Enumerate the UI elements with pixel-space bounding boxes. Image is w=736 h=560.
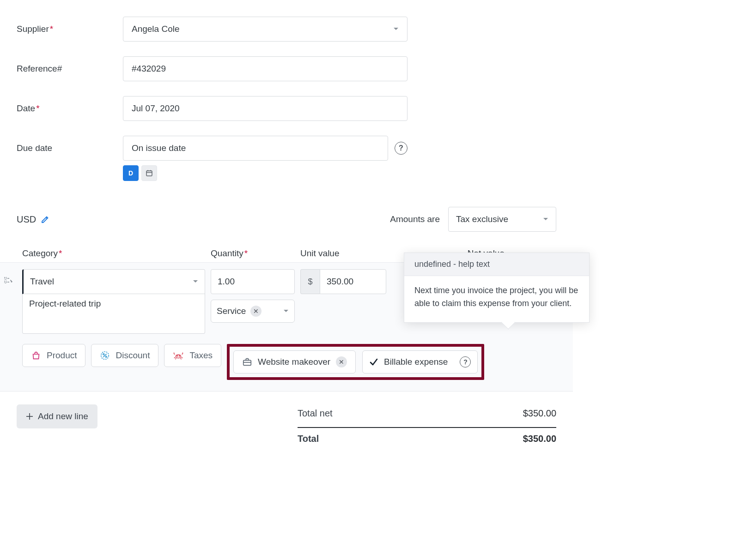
calendar-icon	[146, 169, 153, 177]
help-icon[interactable]: ?	[395, 142, 408, 155]
plus-icon	[26, 413, 33, 420]
tooltip-body: Next time you invoice the project, you w…	[404, 276, 589, 322]
clear-icon[interactable]: ✕	[250, 306, 262, 317]
crab-icon	[173, 350, 184, 361]
item-type-select[interactable]: Service ✕	[211, 300, 295, 323]
svg-point-10	[176, 355, 181, 358]
bag-icon	[31, 350, 41, 361]
billable-highlight: Website makeover ✕ Billable expense ?	[227, 344, 484, 380]
product-button[interactable]: Product	[22, 344, 85, 367]
due-date-row: Due date On issue date ? D	[17, 136, 556, 181]
help-icon[interactable]: ?	[460, 356, 471, 367]
drag-handle-icon[interactable]	[4, 276, 13, 285]
project-tag[interactable]: Website makeover ✕	[233, 350, 356, 373]
billable-tooltip: undefined - help text Next time you invo…	[404, 253, 590, 323]
due-date-label: Due date	[17, 136, 123, 153]
taxes-button[interactable]: Taxes	[164, 344, 221, 367]
total-net-value: $350.00	[523, 408, 556, 419]
supplier-select[interactable]: Angela Cole	[123, 17, 408, 42]
svg-line-9	[103, 354, 107, 357]
description-input[interactable]: Project-related trip	[22, 294, 205, 334]
supplier-row: Supplier* Angela Cole	[17, 17, 556, 42]
unit-value-input[interactable]: $ 350.00	[300, 269, 386, 294]
category-select[interactable]: Travel	[22, 269, 205, 294]
supplier-label: Supplier*	[17, 17, 123, 34]
total-net-label: Total net	[298, 408, 333, 419]
svg-rect-4	[5, 277, 6, 279]
due-mode-days-button[interactable]: D	[123, 165, 139, 181]
total-label: Total	[298, 434, 319, 444]
billable-expense-toggle[interactable]: Billable expense ?	[362, 350, 478, 373]
svg-point-11	[177, 355, 178, 356]
chevron-down-icon	[393, 27, 399, 31]
svg-rect-0	[146, 171, 152, 176]
tax-mode-select[interactable]: Tax exclusive	[448, 207, 556, 232]
pencil-icon	[41, 215, 50, 224]
svg-point-7	[103, 354, 104, 355]
date-input[interactable]: Jul 07, 2020	[123, 96, 408, 121]
currency-symbol: $	[300, 269, 320, 294]
check-icon	[369, 357, 378, 367]
discount-button[interactable]: Discount	[91, 344, 158, 367]
svg-rect-5	[5, 281, 6, 283]
total-value: $350.00	[523, 434, 556, 444]
chevron-down-icon	[193, 280, 198, 283]
date-label: Date*	[17, 96, 123, 114]
reference-label: Reference#	[17, 56, 123, 74]
tooltip-title: undefined - help text	[404, 253, 589, 276]
svg-point-12	[179, 355, 180, 356]
reference-row: Reference# #432029	[17, 56, 556, 81]
remove-project-icon[interactable]: ✕	[336, 356, 347, 367]
svg-rect-13	[243, 360, 251, 365]
amounts-are-label: Amounts are	[390, 214, 440, 224]
currency-display[interactable]: USD	[17, 214, 50, 225]
due-mode-calendar-button[interactable]	[141, 165, 157, 181]
totals: Total net $350.00 Total $350.00	[298, 403, 556, 450]
chevron-down-icon	[543, 217, 548, 221]
due-date-input[interactable]: On issue date	[123, 136, 388, 161]
percent-icon	[100, 350, 110, 361]
add-line-button[interactable]: Add new line	[17, 404, 97, 428]
quantity-input[interactable]: 1.00	[211, 269, 295, 294]
chevron-down-icon	[283, 309, 289, 313]
line-item-panel: Travel 1.00 $ 350.00 Project-related tri…	[0, 262, 573, 391]
date-row: Date* Jul 07, 2020	[17, 96, 556, 121]
reference-input[interactable]: #432029	[123, 56, 408, 81]
svg-point-8	[106, 356, 107, 357]
briefcase-icon	[242, 357, 252, 367]
